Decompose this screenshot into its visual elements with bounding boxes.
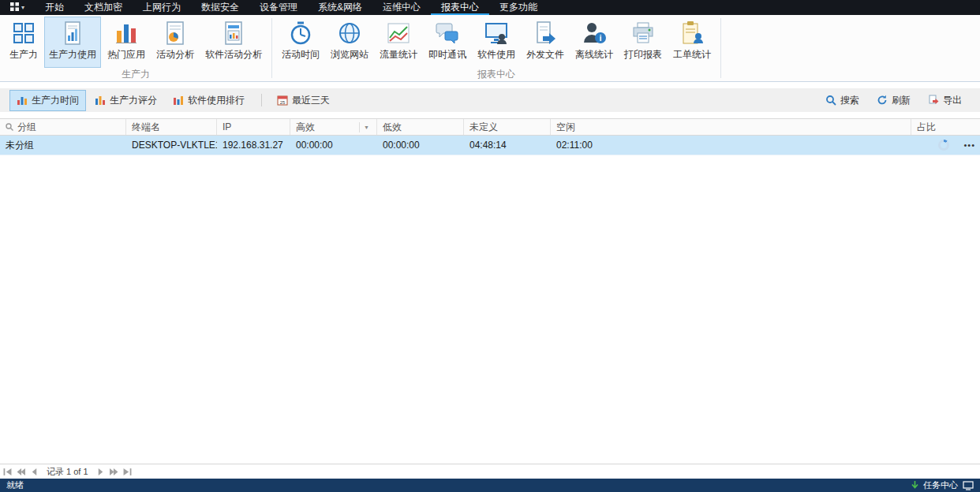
pager-prev-page-button[interactable] bbox=[17, 468, 25, 476]
export-button[interactable]: 导出 bbox=[921, 90, 969, 111]
menu-document-encryption[interactable]: 文档加密 bbox=[74, 0, 133, 15]
cell-inefficient: 00:00:00 bbox=[377, 140, 464, 151]
ribbon-item-offline-stats[interactable]: i 离线统计 bbox=[570, 17, 618, 68]
pager-next-button[interactable] bbox=[96, 468, 105, 476]
ribbon-item-label: 流量统计 bbox=[380, 48, 417, 62]
app-menu-button[interactable]: ▾ bbox=[0, 0, 35, 15]
column-label: 高效 bbox=[296, 121, 315, 134]
date-filter-button[interactable]: 25 最近三天 bbox=[270, 90, 337, 111]
menu-web-behavior[interactable]: 上网行为 bbox=[133, 0, 191, 15]
ribbon-item-label: 打印报表 bbox=[624, 48, 662, 62]
pager-first-button[interactable] bbox=[3, 468, 12, 476]
search-button[interactable]: 搜索 bbox=[818, 90, 866, 111]
mini-bar-chart-icon bbox=[95, 95, 106, 106]
ribbon-item-instant-messaging[interactable]: 即时通讯 bbox=[424, 17, 471, 68]
menu-report-center[interactable]: 报表中心 bbox=[431, 0, 489, 15]
column-header-efficient[interactable]: 高效 ▼ bbox=[290, 119, 377, 135]
pager-next-page-button[interactable] bbox=[110, 468, 118, 476]
ribbon-group-label: 生产力 bbox=[2, 68, 269, 81]
column-header-undefined[interactable]: 未定义 bbox=[464, 119, 551, 135]
column-header-group[interactable]: 分组 bbox=[0, 119, 126, 135]
button-label: 生产力时间 bbox=[32, 94, 79, 107]
ribbon-item-label: 活动分析 bbox=[156, 48, 194, 62]
grid-icon bbox=[11, 20, 36, 46]
menu-more-features[interactable]: 更多功能 bbox=[489, 0, 548, 15]
column-header-terminal-name[interactable]: 终端名 bbox=[126, 119, 217, 135]
doc-export-icon bbox=[533, 20, 558, 46]
cell-group: 未分组 bbox=[0, 139, 126, 152]
ribbon-item-activity-time[interactable]: 活动时间 bbox=[277, 17, 324, 68]
chat-icon bbox=[435, 20, 460, 46]
table-row[interactable]: 未分组 DESKTOP-VLKTLE1 192.168.31.27 00:00:… bbox=[0, 136, 980, 155]
printer-icon bbox=[630, 20, 656, 46]
search-filter-icon[interactable] bbox=[6, 123, 13, 131]
column-header-idle[interactable]: 空闲 bbox=[551, 119, 911, 135]
ribbon-separator bbox=[720, 18, 721, 78]
column-label: IP bbox=[223, 121, 231, 132]
menu-ops-center[interactable]: 运维中心 bbox=[372, 0, 431, 15]
column-header-ip[interactable]: IP bbox=[217, 119, 290, 135]
button-label: 刷新 bbox=[892, 94, 911, 107]
ribbon-item-label: 浏览网站 bbox=[331, 48, 368, 62]
user-info-icon: i bbox=[582, 20, 607, 46]
refresh-button[interactable]: 刷新 bbox=[870, 90, 918, 111]
ribbon-item-work-order-stats[interactable]: 工单统计 bbox=[668, 17, 716, 68]
menu-device-management[interactable]: 设备管理 bbox=[249, 0, 308, 15]
app-grid-icon bbox=[10, 2, 19, 13]
menu-start[interactable]: 开始 bbox=[35, 0, 74, 15]
ribbon-item-print-reports[interactable]: 打印报表 bbox=[619, 17, 667, 68]
ribbon-item-label: 离线统计 bbox=[575, 48, 613, 62]
ribbon-item-outgoing-files[interactable]: 外发文件 bbox=[522, 17, 569, 68]
pager-record-label: 记录 1 of 1 bbox=[47, 466, 88, 478]
ribbon-item-browse-websites[interactable]: 浏览网站 bbox=[326, 17, 373, 68]
ribbon-item-hot-apps[interactable]: 热门应用 bbox=[103, 17, 150, 68]
pager-prev-button[interactable] bbox=[30, 468, 39, 476]
ribbon-item-productivity-usage[interactable]: 生产力使用 bbox=[44, 17, 101, 68]
menubar: ▾ 开始 文档加密 上网行为 数据安全 设备管理 系统&网络 运维中心 报表中心… bbox=[0, 0, 980, 15]
doc-software-icon bbox=[221, 20, 246, 46]
pager: 记录 1 of 1 bbox=[0, 464, 980, 479]
view-productivity-score-button[interactable]: 生产力评分 bbox=[88, 90, 164, 111]
menu-data-security[interactable]: 数据安全 bbox=[191, 0, 249, 15]
menu-system-network[interactable]: 系统&网络 bbox=[308, 0, 372, 15]
cell-ip: 192.168.31.27 bbox=[217, 140, 290, 151]
filter-dropdown-icon[interactable]: ▼ bbox=[359, 122, 371, 132]
svg-text:25: 25 bbox=[280, 100, 286, 105]
ribbon-item-software-usage[interactable]: 软件使用 bbox=[473, 17, 520, 68]
ribbon-item-productivity[interactable]: 生产力 bbox=[5, 17, 43, 68]
ribbon-separator bbox=[271, 18, 272, 78]
clock-icon bbox=[288, 20, 313, 46]
column-label: 未定义 bbox=[469, 121, 498, 134]
button-label: 最近三天 bbox=[292, 94, 330, 107]
monitor-icon[interactable] bbox=[963, 481, 974, 490]
button-label: 软件使用排行 bbox=[188, 94, 245, 107]
view-productivity-time-button[interactable]: 生产力时间 bbox=[9, 90, 86, 111]
ratio-pie-icon bbox=[938, 140, 949, 151]
mini-bar-chart-icon bbox=[17, 95, 28, 106]
row-menu-button[interactable]: ••• bbox=[963, 140, 975, 150]
ribbon-item-traffic-stats[interactable]: 流量统计 bbox=[375, 17, 422, 68]
view-toolbar: 生产力时间 生产力评分 软件使用排行 25 最近三天 bbox=[0, 88, 980, 112]
ribbon-group-label: 报表中心 bbox=[275, 68, 718, 81]
cell-undefined: 04:48:14 bbox=[464, 140, 551, 151]
ribbon-item-label: 外发文件 bbox=[526, 48, 564, 62]
pager-last-button[interactable] bbox=[123, 468, 132, 476]
cell-terminal-name: DESKTOP-VLKTLE1 bbox=[126, 140, 217, 151]
clipboard-user-icon bbox=[679, 20, 705, 46]
grid-header: 分组 终端名 IP 高效 ▼ 低效 未定义 空闲 占比 bbox=[0, 118, 980, 136]
button-label: 导出 bbox=[943, 94, 962, 107]
task-center-button[interactable]: 任务中心 bbox=[923, 479, 958, 491]
ribbon-item-software-activity-analysis[interactable]: 软件活动分析 bbox=[200, 17, 267, 68]
ribbon-item-label: 即时通讯 bbox=[428, 48, 466, 62]
spacer bbox=[0, 82, 980, 88]
globe-icon bbox=[337, 20, 362, 46]
column-header-ratio[interactable]: 占比 bbox=[911, 119, 980, 135]
column-header-inefficient[interactable]: 低效 bbox=[377, 119, 464, 135]
view-software-usage-ranking-button[interactable]: 软件使用排行 bbox=[166, 90, 252, 111]
cell-idle: 02:11:00 bbox=[551, 140, 911, 151]
column-label: 占比 bbox=[917, 121, 936, 134]
ribbon-item-activity-analysis[interactable]: 活动分析 bbox=[151, 17, 199, 68]
ribbon-item-label: 生产力 bbox=[9, 48, 38, 62]
ribbon-item-label: 软件活动分析 bbox=[205, 48, 262, 62]
monitor-user-icon bbox=[484, 20, 509, 46]
